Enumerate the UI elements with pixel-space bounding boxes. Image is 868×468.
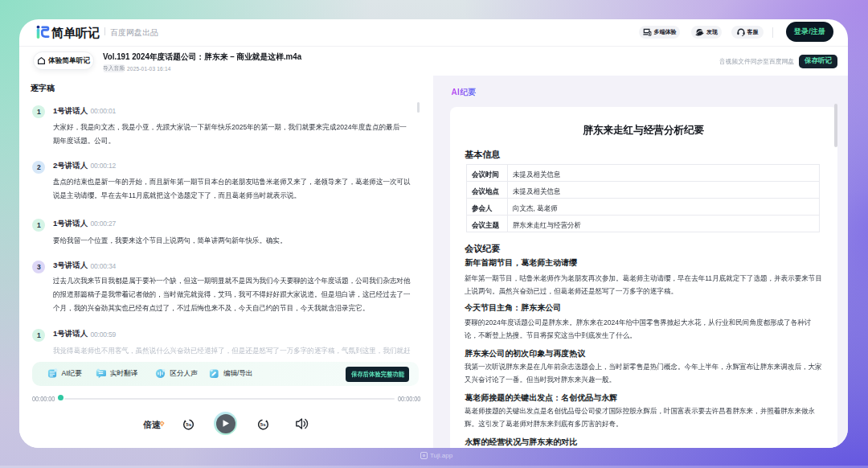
svg-text:5s: 5s bbox=[186, 421, 191, 427]
svg-text:5s: 5s bbox=[260, 421, 266, 427]
